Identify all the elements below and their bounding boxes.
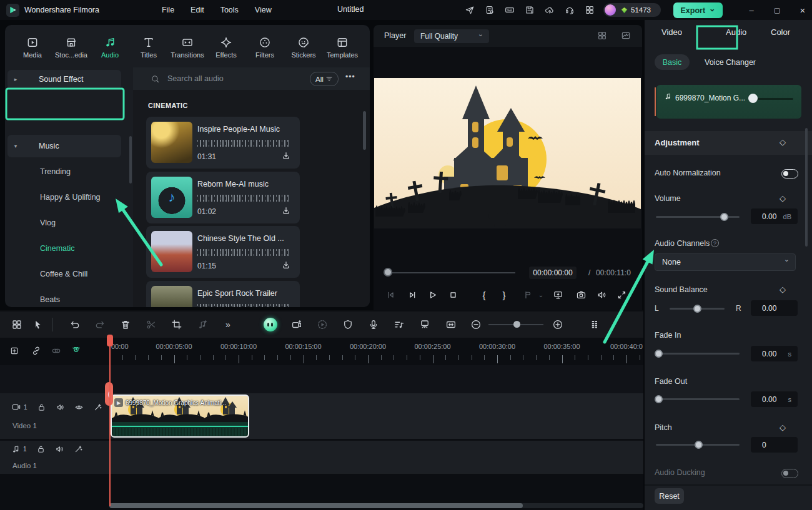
- beat-detection-button[interactable]: [196, 318, 209, 331]
- reset-button[interactable]: Reset: [655, 488, 684, 504]
- video-preview[interactable]: [374, 78, 641, 228]
- audio-ducking-toggle[interactable]: [781, 469, 798, 478]
- wand-icon[interactable]: [93, 403, 102, 412]
- menu-tools[interactable]: Tools: [220, 6, 239, 14]
- audio-mixer-button[interactable]: [392, 318, 406, 331]
- filter-all-button[interactable]: All: [310, 72, 339, 86]
- list-scrollbar[interactable]: [363, 111, 366, 150]
- snapshot-button[interactable]: [573, 287, 588, 302]
- speed-button[interactable]: [315, 318, 329, 331]
- fade-out-slider[interactable]: [656, 398, 740, 400]
- audio-item[interactable]: Epic Sport Rock Trailer 01:28: [146, 281, 300, 308]
- mask-button[interactable]: [341, 318, 355, 331]
- avatar[interactable]: [605, 4, 616, 16]
- ai-assistant-button[interactable]: [264, 318, 277, 331]
- close-button[interactable]: ×: [793, 0, 812, 20]
- maximize-button[interactable]: ▢: [768, 0, 786, 20]
- seek-track[interactable]: [389, 272, 515, 273]
- search-input[interactable]: Search all audio: [167, 74, 224, 83]
- audio-channels-dropdown[interactable]: None ⌄: [655, 253, 796, 271]
- pitch-slider-handle[interactable]: [695, 441, 703, 449]
- track-manager-button[interactable]: [588, 318, 602, 331]
- zoom-in-button[interactable]: [551, 318, 565, 331]
- fade-in-value[interactable]: 0.00 s: [751, 346, 798, 361]
- timeline-ruler[interactable]: 00:0000:00:05:0000:00:10:0000:00:15:0000…: [109, 339, 643, 365]
- mark-out-button[interactable]: }: [497, 287, 512, 302]
- sidebar-item-vlog[interactable]: Vlog: [40, 218, 56, 227]
- lock-icon[interactable]: [36, 444, 46, 454]
- save-icon[interactable]: [525, 5, 535, 15]
- pitch-value[interactable]: 0: [751, 437, 798, 453]
- fade-out-value[interactable]: 0.00 s: [751, 391, 798, 407]
- menu-edit[interactable]: Edit: [191, 6, 204, 14]
- tab-media[interactable]: Media: [14, 29, 51, 66]
- keyframe-diamond-icon[interactable]: ◇: [780, 137, 786, 147]
- fade-in-handle[interactable]: [655, 350, 663, 358]
- tab-stickers[interactable]: Stickers: [285, 29, 322, 66]
- download-icon[interactable]: [281, 206, 291, 216]
- mirror-display-button[interactable]: [550, 287, 565, 302]
- panel-scrollbar[interactable]: [805, 128, 808, 247]
- tab-titles[interactable]: Titles: [130, 29, 167, 66]
- audio-track-lane[interactable]: [109, 441, 643, 474]
- media-view-button[interactable]: [10, 318, 24, 331]
- sidebar-item-trending[interactable]: Trending: [40, 167, 71, 176]
- sound-balance-keyframe-icon[interactable]: ◇: [780, 285, 786, 294]
- export-button[interactable]: Export ⌄: [673, 2, 723, 18]
- menu-file[interactable]: File: [162, 6, 174, 14]
- volume-value[interactable]: 0.00 dB: [751, 208, 798, 224]
- mute-icon[interactable]: [55, 444, 64, 454]
- undo-button[interactable]: [68, 318, 82, 331]
- sidebar-group-sound-effect[interactable]: ▸ Sound Effect: [7, 70, 121, 89]
- scopes-icon[interactable]: [621, 31, 631, 41]
- tab-effects[interactable]: Effects: [207, 29, 245, 66]
- headset-icon[interactable]: [565, 5, 575, 15]
- playhead[interactable]: [109, 338, 111, 506]
- play-button[interactable]: [425, 287, 440, 302]
- tab-audio[interactable]: Audio: [91, 29, 129, 66]
- tab-color[interactable]: Color: [771, 27, 790, 37]
- balance-value[interactable]: 0.00: [751, 300, 798, 316]
- zoom-out-button[interactable]: [469, 318, 483, 331]
- sidebar-item-coffee-chill[interactable]: Coffee & Chill: [40, 270, 87, 278]
- timeline-clip[interactable]: ▶ 6999870_Motion Graphics Animati...: [111, 395, 249, 438]
- wand-icon[interactable]: [74, 444, 83, 454]
- tab-transitions[interactable]: Transitions: [169, 29, 206, 66]
- mark-in-button[interactable]: {: [477, 287, 492, 302]
- previous-frame-button[interactable]: [383, 287, 398, 302]
- quality-dropdown[interactable]: Full Quality ⌄: [414, 29, 489, 43]
- sidebar-item-happy-uplifting[interactable]: Happy & Uplifting: [40, 193, 101, 202]
- fullscreen-button[interactable]: [614, 287, 629, 302]
- multiview-icon[interactable]: [597, 31, 607, 41]
- more-tools-button[interactable]: »: [221, 318, 235, 331]
- lock-icon[interactable]: [37, 403, 46, 412]
- search-bar[interactable]: Search all audio All •••: [133, 67, 370, 90]
- tab-stoc-edia[interactable]: Stoc...edia: [52, 29, 90, 66]
- fit-timeline-button[interactable]: [444, 318, 458, 331]
- account-pill[interactable]: 51473: [603, 3, 661, 17]
- tab-templates[interactable]: Templates: [324, 29, 361, 66]
- voiceover-button[interactable]: [367, 318, 380, 331]
- select-tool-button[interactable]: [31, 318, 45, 331]
- minimize-button[interactable]: –: [742, 0, 761, 20]
- subtab-voice-changer[interactable]: Voice Changer: [705, 58, 756, 67]
- balance-slider-handle[interactable]: [693, 305, 701, 313]
- cloud-upload-icon[interactable]: [545, 5, 555, 15]
- clip-volume-handle[interactable]: [748, 94, 758, 103]
- next-frame-button[interactable]: [405, 287, 420, 302]
- sidebar-item-cinematic[interactable]: Cinematic: [40, 244, 75, 253]
- render-preview-button[interactable]: [418, 318, 432, 331]
- fade-out-handle[interactable]: [655, 395, 663, 403]
- volume-button[interactable]: [594, 287, 609, 302]
- snap-button[interactable]: [69, 344, 83, 358]
- sidebar-scrollbar[interactable]: [129, 136, 132, 184]
- audio-item[interactable]: ♪ Reborn Me-AI music 01:02: [146, 172, 300, 223]
- tab-video[interactable]: Video: [661, 27, 682, 37]
- auto-normalization-toggle[interactable]: [781, 169, 798, 179]
- send-icon[interactable]: [465, 5, 475, 15]
- delete-button[interactable]: [119, 318, 132, 331]
- mute-icon[interactable]: [56, 403, 65, 412]
- sidebar-group-music[interactable]: ▾ Music: [7, 135, 121, 157]
- redo-button[interactable]: [93, 318, 107, 331]
- menu-view[interactable]: View: [255, 6, 272, 14]
